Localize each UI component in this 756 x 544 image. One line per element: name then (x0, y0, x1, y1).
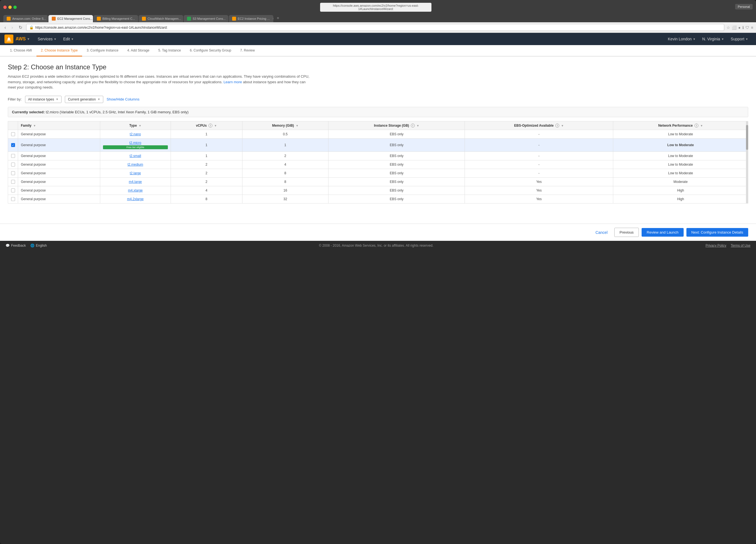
terms-link[interactable]: Terms of Use (731, 244, 750, 248)
vcpus-sort-icon[interactable]: ▼ (214, 124, 217, 127)
table-row[interactable]: General purposet2.nano10.5EBS only-Low t… (8, 130, 748, 139)
row-type[interactable]: m4.2xlarge (100, 195, 171, 204)
table-row[interactable]: General purposet2.small12EBS only-Low to… (8, 152, 748, 160)
profile-button[interactable]: Personal (735, 4, 753, 9)
row-checkbox[interactable] (11, 180, 15, 184)
close-dot[interactable] (3, 6, 7, 9)
wizard-step-instance-type[interactable]: 2. Choose Instance Type (36, 45, 82, 57)
type-link[interactable]: m4.large (129, 180, 142, 184)
learn-more-link[interactable]: Learn more (224, 80, 242, 84)
type-link[interactable]: t2.small (129, 154, 141, 158)
network-info-icon[interactable]: i (694, 124, 698, 128)
storage-info-icon[interactable]: i (411, 124, 415, 128)
feedback-button[interactable]: 💬 Feedback (6, 244, 26, 248)
next-button[interactable]: Next: Configure Instance Details (686, 228, 748, 237)
info-nav-icon[interactable]: ℹ (742, 25, 744, 30)
tab-amazon[interactable]: Amazon.com: Online S... × (3, 15, 48, 22)
scroll-thumb[interactable] (746, 125, 748, 150)
wizard-step-tag[interactable]: 5. Tag Instance (154, 45, 185, 57)
review-launch-button[interactable]: Review and Launch (642, 228, 683, 237)
type-link[interactable]: m4.2xlarge (127, 197, 143, 201)
table-row[interactable]: ✓General purposet2.microFree tier eligib… (8, 139, 748, 152)
url-bar[interactable]: 🔒 https://console.aws.amazon.com/ec2/v2/… (26, 24, 725, 31)
cancel-button[interactable]: Cancel (591, 228, 612, 237)
col-header-ebs[interactable]: EBS-Optimized Available i ▼ (465, 121, 613, 130)
col-header-family[interactable]: Family ▼ (18, 121, 100, 130)
region-menu[interactable]: N. Virginia ▼ (699, 33, 727, 45)
vcpus-info-icon[interactable]: i (208, 124, 212, 128)
wizard-step-security[interactable]: 6. Configure Security Group (185, 45, 236, 57)
tab-cloudwatch[interactable]: CloudWatch Managem... × (139, 15, 183, 22)
forward-button[interactable]: › (10, 24, 14, 31)
user-menu[interactable]: Kevin London ▼ (664, 33, 699, 45)
ebs-sort-icon[interactable]: ▼ (561, 124, 564, 127)
wizard-step-storage[interactable]: 4. Add Storage (123, 45, 154, 57)
table-row[interactable]: General purposem4.xlarge416EBS onlyYesHi… (8, 186, 748, 195)
tab-pricing[interactable]: EC2 Instance Pricing ... × (229, 15, 273, 22)
aws-brand-caret[interactable]: ▼ (27, 37, 30, 41)
tab-billing[interactable]: Billing Management C... × (94, 15, 138, 22)
address-bar-top[interactable]: https://console.aws.amazon.com/ec2/v2/ho… (320, 3, 431, 12)
network-sort-icon[interactable]: ▼ (700, 124, 703, 127)
scrollbar[interactable] (746, 121, 748, 204)
row-type[interactable]: m4.xlarge (100, 186, 171, 195)
screen-icon[interactable]: ⬜ (732, 25, 737, 30)
table-row[interactable]: General purposem4.large28EBS onlyYesMode… (8, 178, 748, 186)
row-checkbox[interactable] (11, 188, 15, 192)
row-checkbox[interactable] (11, 163, 15, 166)
generation-filter[interactable]: Current generation ▼ (65, 96, 103, 103)
type-link[interactable]: t2.micro (129, 141, 141, 145)
row-checkbox[interactable]: ✓ (11, 143, 15, 147)
bookmark-icon[interactable]: ☆ (726, 25, 730, 30)
row-type[interactable]: t2.large (100, 169, 171, 178)
menu-icon[interactable]: ≡ (751, 25, 753, 30)
tab-close-billing[interactable]: × (138, 17, 138, 21)
row-type[interactable]: t2.small (100, 152, 171, 160)
ebs-info-icon[interactable]: i (555, 124, 559, 128)
col-header-memory[interactable]: Memory (GiB) ▼ (242, 121, 328, 130)
previous-button[interactable]: Previous (614, 228, 639, 237)
back-button[interactable]: ‹ (3, 24, 8, 31)
col-header-storage[interactable]: Instance Storage (GB) i ▼ (328, 121, 465, 130)
shield-icon[interactable]: 🛡 (745, 25, 749, 30)
type-link[interactable]: t2.medium (127, 163, 143, 166)
services-nav[interactable]: Services ▼ (34, 33, 60, 45)
language-selector[interactable]: 🌐 English (30, 244, 47, 248)
wizard-step-review[interactable]: 7. Review (236, 45, 259, 57)
wizard-step-configure[interactable]: 3. Configure Instance (82, 45, 123, 57)
row-type[interactable]: t2.medium (100, 160, 171, 169)
row-checkbox[interactable] (11, 132, 15, 136)
col-header-vcpus[interactable]: vCPUs i ▼ (171, 121, 242, 130)
privacy-link[interactable]: Privacy Policy (706, 244, 726, 248)
row-checkbox[interactable] (11, 197, 15, 201)
table-row[interactable]: General purposet2.medium24EBS only-Low t… (8, 160, 748, 169)
support-menu[interactable]: Support ▼ (727, 33, 752, 45)
col-header-type[interactable]: Type ▼ (100, 121, 171, 130)
col-header-network[interactable]: Network Performance i ▼ (613, 121, 748, 130)
new-tab-button[interactable]: + (274, 14, 282, 22)
row-type[interactable]: t2.nano (100, 130, 171, 139)
minimize-dot[interactable] (8, 6, 12, 9)
tab-s3[interactable]: S3 Management Cons... × (184, 15, 228, 22)
row-type[interactable]: m4.large (100, 178, 171, 186)
tab-ec2[interactable]: EC2 Management Cons... × (48, 15, 93, 22)
refresh-button[interactable]: ↻ (17, 24, 24, 31)
row-type[interactable]: t2.microFree tier eligible (100, 139, 171, 152)
type-sort-icon[interactable]: ▼ (139, 124, 141, 127)
instance-type-filter[interactable]: All instance types ▼ (25, 96, 62, 103)
show-hide-columns-link[interactable]: Show/Hide Columns (107, 97, 139, 101)
row-checkbox[interactable] (11, 171, 15, 175)
type-link[interactable]: t2.large (130, 171, 141, 175)
storage-sort-icon[interactable]: ▼ (416, 124, 419, 127)
table-row[interactable]: General purposet2.large28EBS only-Low to… (8, 169, 748, 178)
edit-nav[interactable]: Edit ▼ (60, 33, 77, 45)
family-sort-icon[interactable]: ▼ (33, 124, 36, 127)
maximize-dot[interactable] (13, 6, 17, 9)
wizard-step-ami[interactable]: 1. Choose AMI (6, 45, 36, 57)
tab-close-pricing[interactable]: × (273, 17, 273, 21)
type-link[interactable]: m4.xlarge (128, 188, 143, 192)
memory-sort-icon[interactable]: ▼ (296, 124, 298, 127)
type-link[interactable]: t2.nano (130, 132, 141, 136)
table-row[interactable]: General purposem4.2xlarge832EBS onlyYesH… (8, 195, 748, 204)
extension-icon[interactable]: ● (738, 25, 740, 30)
